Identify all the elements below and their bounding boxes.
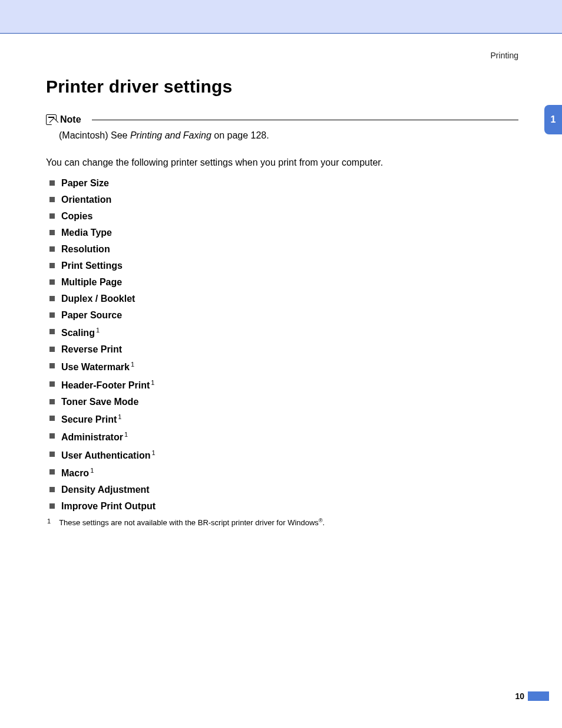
setting-sup: 1	[151, 379, 154, 386]
list-item: Paper Source	[49, 310, 518, 321]
footnote: 1 These settings are not available with …	[46, 518, 518, 527]
setting-label: Duplex / Booklet	[61, 294, 135, 304]
footnote-text: These settings are not available with th…	[59, 518, 325, 527]
setting-label: Toner Save Mode	[61, 397, 138, 407]
list-item: Print Settings	[49, 261, 518, 271]
setting-label: Resolution	[61, 244, 110, 254]
setting-label: Orientation	[61, 195, 111, 205]
setting-sup: 1	[118, 413, 121, 420]
note-icon	[46, 114, 57, 125]
footnote-before: These settings are not available with th…	[59, 519, 319, 528]
section-tab: 1	[544, 105, 562, 134]
list-item: Density Adjustment	[49, 485, 518, 495]
setting-label: Header-Footer Print	[61, 380, 150, 390]
list-item: Administrator1	[49, 431, 518, 443]
list-item: Paper Size	[49, 178, 518, 189]
list-item: Multiple Page	[49, 277, 518, 288]
setting-sup: 1	[151, 449, 155, 456]
page-content: Printer driver settings Note (Macintosh)…	[46, 77, 518, 528]
page-number-bar	[528, 691, 549, 701]
settings-list: Paper SizeOrientationCopiesMedia TypeRes…	[46, 178, 518, 512]
setting-label: Paper Size	[61, 178, 109, 188]
list-item: Copies	[49, 211, 518, 222]
setting-sup: 1	[131, 361, 134, 368]
list-item: Media Type	[49, 228, 518, 238]
note-header: Note	[46, 114, 518, 125]
list-item: Duplex / Booklet	[49, 294, 518, 304]
setting-label: Density Adjustment	[61, 485, 150, 495]
note-prefix: (Macintosh) See	[59, 130, 130, 140]
registered-mark: ®	[319, 518, 323, 523]
setting-label: Administrator	[61, 433, 123, 443]
list-item: Scaling1	[49, 327, 518, 338]
intro-text: You can change the following printer set…	[46, 156, 518, 170]
setting-label: Copies	[61, 211, 92, 221]
list-item: Toner Save Mode	[49, 397, 518, 407]
footnote-num: 1	[47, 518, 51, 527]
top-banner	[0, 0, 562, 33]
list-item: Orientation	[49, 195, 518, 205]
setting-sup: 1	[124, 431, 128, 438]
page-number: 10	[515, 691, 524, 701]
list-item: Improve Print Output	[49, 501, 518, 512]
setting-label: User Authentication	[61, 450, 150, 460]
setting-label: Print Settings	[61, 261, 123, 271]
setting-label: Reverse Print	[61, 344, 122, 354]
note-rule	[92, 120, 518, 120]
running-header: Printing	[491, 51, 518, 60]
note-suffix: on page 128.	[211, 130, 269, 140]
list-item: Secure Print1	[49, 413, 518, 425]
setting-label: Paper Source	[61, 310, 122, 320]
note-block: Note (Macintosh) See Printing and Faxing…	[46, 114, 518, 143]
footnote-after: .	[323, 519, 325, 528]
setting-label: Media Type	[61, 228, 112, 238]
note-label: Note	[60, 114, 81, 125]
setting-label: Secure Print	[61, 414, 117, 424]
list-item: Macro1	[49, 467, 518, 479]
page-title: Printer driver settings	[46, 77, 518, 97]
setting-label: Use Watermark	[61, 363, 130, 373]
note-link[interactable]: Printing and Faxing	[130, 130, 211, 140]
list-item: Use Watermark1	[49, 361, 518, 373]
list-item: Reverse Print	[49, 344, 518, 355]
setting-label: Improve Print Output	[61, 501, 156, 511]
setting-label: Scaling	[61, 328, 95, 338]
note-body: (Macintosh) See Printing and Faxing on p…	[59, 129, 518, 143]
setting-sup: 1	[90, 467, 94, 474]
setting-label: Multiple Page	[61, 277, 122, 287]
setting-label: Macro	[61, 468, 89, 478]
list-item: Header-Footer Print1	[49, 379, 518, 391]
list-item: Resolution	[49, 244, 518, 255]
setting-sup: 1	[96, 327, 100, 334]
top-divider	[0, 33, 562, 34]
list-item: User Authentication1	[49, 449, 518, 461]
